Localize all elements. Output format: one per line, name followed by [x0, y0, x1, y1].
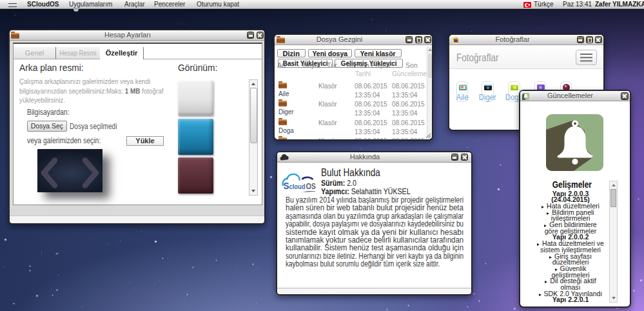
- svg-text:cloud: cloud: [289, 183, 306, 190]
- svg-text:OS: OS: [306, 181, 317, 191]
- svg-text:S: S: [284, 181, 289, 191]
